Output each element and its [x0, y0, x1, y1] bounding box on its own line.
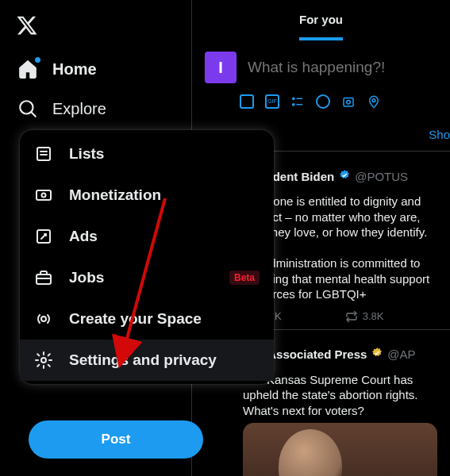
- svg-point-2: [293, 98, 294, 99]
- tab-for-you[interactable]: For you: [299, 13, 343, 40]
- svg-point-13: [42, 194, 46, 198]
- svg-point-4: [293, 104, 294, 106]
- nav-home-label: Home: [52, 60, 97, 79]
- ads-icon: [34, 227, 53, 246]
- svg-point-17: [41, 358, 46, 363]
- svg-point-16: [41, 317, 46, 321]
- nav-explore[interactable]: Explore: [6, 89, 185, 129]
- notification-dot: [35, 57, 40, 63]
- poll-icon[interactable]: [290, 94, 305, 109]
- menu-lists[interactable]: Lists: [20, 133, 274, 175]
- lists-icon: [34, 144, 53, 163]
- jobs-icon: [34, 268, 53, 287]
- monetization-icon: [34, 186, 53, 205]
- media-icon[interactable]: [240, 94, 254, 109]
- composer: I: [192, 40, 450, 91]
- nav-home[interactable]: Home: [6, 49, 185, 89]
- svg-point-7: [347, 101, 351, 105]
- menu-ads[interactable]: Ads: [20, 216, 274, 257]
- verified-icon: [338, 169, 351, 184]
- tweet-handle: @AP: [387, 347, 415, 361]
- more-menu: Lists Monetization Ads Jobs Beta Create …: [20, 130, 274, 384]
- search-icon: [17, 98, 38, 119]
- tab-bar: For you: [192, 0, 450, 40]
- svg-rect-12: [37, 190, 51, 200]
- tweet-handle: @POTUS: [355, 170, 408, 183]
- svg-rect-6: [344, 98, 353, 107]
- menu-label: Settings and privacy: [69, 351, 217, 369]
- menu-create-space[interactable]: Create your Space: [20, 298, 274, 340]
- retweet-button[interactable]: 3.8K: [345, 310, 384, 323]
- gear-icon: [34, 351, 53, 370]
- menu-label: Ads: [69, 228, 98, 245]
- menu-jobs[interactable]: Jobs Beta: [20, 257, 274, 298]
- menu-label: Jobs: [69, 269, 104, 286]
- composer-toolbar: GIF: [192, 91, 450, 118]
- location-icon[interactable]: [367, 94, 381, 109]
- menu-settings-privacy[interactable]: Settings and privacy: [20, 340, 274, 381]
- space-icon: [34, 309, 53, 328]
- avatar[interactable]: I: [205, 52, 237, 83]
- tweet-image[interactable]: [243, 423, 437, 476]
- menu-label: Create your Space: [69, 310, 202, 328]
- compose-input[interactable]: [246, 58, 437, 77]
- home-icon: [17, 59, 38, 79]
- emoji-icon[interactable]: [316, 94, 330, 109]
- schedule-icon[interactable]: [341, 94, 356, 109]
- svg-line-1: [31, 112, 35, 116]
- post-button[interactable]: Post: [29, 420, 203, 459]
- menu-label: Monetization: [69, 186, 161, 204]
- beta-badge: Beta: [229, 271, 260, 285]
- verified-icon: [371, 347, 383, 362]
- nav-explore-label: Explore: [52, 100, 106, 118]
- menu-label: Lists: [69, 145, 104, 163]
- menu-monetization[interactable]: Monetization: [20, 175, 274, 216]
- gif-icon[interactable]: GIF: [265, 94, 279, 109]
- svg-point-8: [372, 99, 375, 102]
- x-logo[interactable]: [6, 8, 185, 46]
